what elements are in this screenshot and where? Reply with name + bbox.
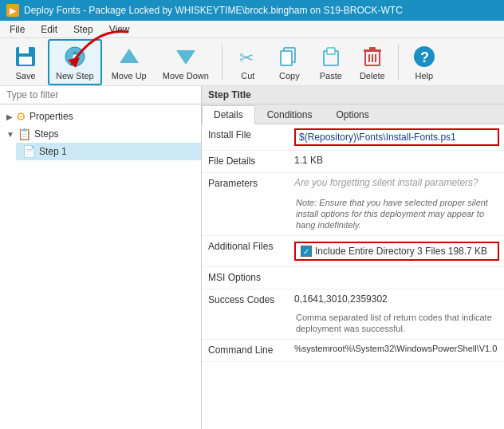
success-codes-note-area: Comma separated list of return codes tha…: [202, 312, 504, 339]
toolbar: Save New Step Move Up Move Down: [0, 38, 504, 86]
file-details-value: 1.1 KB: [289, 151, 504, 170]
command-line-value: %systemroot%\System32\WindowsPowerShell\…: [289, 340, 504, 357]
menu-file[interactable]: File: [6, 23, 28, 36]
svg-marker-5: [120, 49, 139, 63]
include-entire-dir-checkbox[interactable]: ✓: [301, 246, 312, 257]
save-icon: [13, 44, 38, 69]
install-file-value: [289, 124, 504, 150]
steps-icon: 📋: [18, 128, 31, 140]
copy-label: Copy: [279, 71, 300, 81]
tree-item-properties[interactable]: ▶ ⚙ Properties: [0, 108, 201, 125]
success-codes-label: Success Codes: [202, 289, 289, 312]
success-codes-value: 0,1641,3010,2359302: [289, 289, 504, 312]
cut-label: Cut: [241, 71, 254, 81]
parameters-inner: Parameters Are you forgetting silent ins…: [202, 173, 504, 195]
paste-button[interactable]: Paste: [312, 41, 350, 84]
delete-icon: [360, 44, 385, 69]
menu-step[interactable]: Step: [70, 23, 96, 36]
move-down-icon: [173, 44, 199, 69]
msi-options-value: [289, 267, 504, 275]
additional-files-text: Include Entire Directory 3 Files 198.7 K…: [315, 246, 487, 257]
additional-files-label: Additional Files: [202, 236, 289, 257]
move-up-icon: [116, 44, 142, 69]
parameters-label: Parameters: [202, 173, 289, 194]
tree-label-steps: Steps: [34, 128, 59, 140]
install-file-label: Install File: [202, 124, 289, 145]
tree-label-step1: Step 1: [39, 146, 67, 157]
help-button[interactable]: ? Help: [405, 41, 443, 84]
msi-options-label: MSI Options: [202, 267, 289, 288]
new-step-label: New Step: [56, 71, 94, 81]
svg-point-4: [73, 54, 77, 59]
title-bar: ▶ Deploy Fonts - Package Locked by WHISK…: [0, 0, 504, 21]
paste-icon: [318, 44, 344, 69]
right-panel: Step Title Details Conditions Options In…: [202, 86, 504, 429]
tab-bar: Details Conditions Options: [202, 104, 504, 124]
new-step-button[interactable]: New Step: [48, 39, 102, 85]
expand-icon-properties: ▶: [6, 112, 13, 121]
svg-text:?: ?: [420, 49, 429, 65]
delete-button[interactable]: Delete: [353, 41, 392, 84]
tree-item-steps[interactable]: ▼ 📋 Steps: [0, 125, 201, 143]
parameters-row: Parameters Are you forgetting silent ins…: [202, 173, 504, 236]
window-title: Deploy Fonts - Package Locked by WHISKEY…: [24, 5, 403, 16]
paste-label: Paste: [320, 71, 342, 81]
command-line-row: Command Line %systemroot%\System32\Windo…: [202, 340, 504, 362]
tab-details[interactable]: Details: [202, 105, 255, 124]
tree-item-step1[interactable]: 📄 Step 1: [16, 143, 201, 160]
tab-conditions[interactable]: Conditions: [255, 105, 325, 124]
filter-input[interactable]: [0, 86, 201, 104]
svg-rect-1: [19, 47, 29, 53]
success-codes-note: Comma separated list of return codes tha…: [296, 313, 492, 333]
note-text: Note: Ensure that you have selected prop…: [296, 196, 488, 231]
app-icon: ▶: [6, 4, 19, 17]
properties-icon: ⚙: [16, 110, 26, 123]
left-panel: ▶ ⚙ Properties ▼ 📋 Steps 📄 Step 1: [0, 86, 202, 429]
move-up-label: Move Up: [112, 71, 147, 81]
cut-icon: ✂: [235, 44, 261, 69]
new-step-icon: [62, 44, 88, 69]
expand-icon-steps: ▼: [6, 130, 14, 139]
success-codes-row: Success Codes 0,1641,3010,2359302 Comma …: [202, 289, 504, 340]
install-file-input[interactable]: [294, 128, 499, 146]
menu-bar: File Edit Step View: [0, 21, 504, 38]
tree-label-properties: Properties: [30, 111, 73, 122]
file-details-label: File Details: [202, 151, 289, 171]
menu-view[interactable]: View: [106, 23, 133, 36]
help-icon: ?: [411, 44, 437, 69]
additional-files-row: Additional Files ✓ Include Entire Direct…: [202, 236, 504, 267]
menu-edit[interactable]: Edit: [37, 23, 61, 36]
copy-button[interactable]: Copy: [270, 41, 309, 84]
help-label: Help: [415, 71, 434, 81]
cut-button[interactable]: ✂ Cut: [229, 41, 267, 84]
parameters-note: Note: Ensure that you have selected prop…: [202, 195, 504, 235]
form-content: Install File File Details 1.1 KB Paramet…: [202, 124, 504, 429]
delete-label: Delete: [360, 71, 385, 81]
install-file-row: Install File: [202, 124, 504, 151]
save-button[interactable]: Save: [6, 41, 45, 84]
save-label: Save: [15, 71, 35, 81]
msi-options-row: MSI Options: [202, 267, 504, 289]
parameters-placeholder: Are you forgetting silent install parame…: [294, 177, 478, 188]
svg-rect-11: [327, 48, 335, 54]
file-details-row: File Details 1.1 KB: [202, 151, 504, 173]
command-line-label: Command Line: [202, 340, 289, 360]
main-content: ▶ ⚙ Properties ▼ 📋 Steps 📄 Step 1: [0, 86, 504, 429]
copy-icon: [277, 44, 302, 69]
additional-files-value: ✓ Include Entire Directory 3 Files 198.7…: [289, 236, 504, 266]
svg-text:✂: ✂: [239, 48, 254, 67]
svg-rect-14: [369, 47, 376, 50]
parameters-value: Are you forgetting silent install parame…: [289, 173, 504, 192]
step1-icon: 📄: [22, 145, 36, 158]
toolbar-separator-2: [398, 45, 399, 80]
tree-children-steps: 📄 Step 1: [0, 143, 201, 160]
svg-rect-2: [19, 57, 32, 65]
move-up-button[interactable]: Move Up: [105, 41, 153, 84]
toolbar-separator-1: [222, 45, 222, 80]
svg-rect-9: [281, 51, 292, 65]
success-codes-inner: Success Codes 0,1641,3010,2359302: [202, 289, 504, 312]
tab-options[interactable]: Options: [324, 105, 380, 124]
move-down-button[interactable]: Move Down: [156, 41, 215, 84]
tree-view: ▶ ⚙ Properties ▼ 📋 Steps 📄 Step 1: [0, 104, 201, 429]
step-title-bar: Step Title: [202, 86, 504, 104]
